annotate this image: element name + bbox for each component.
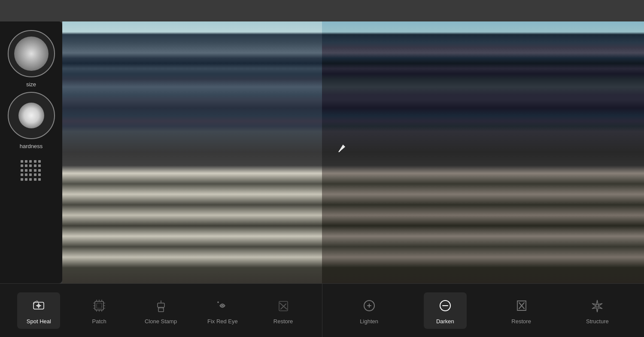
darken-label: Darken	[436, 318, 454, 325]
size-circle-container	[8, 30, 55, 77]
grid-dot	[38, 169, 41, 172]
grid-dot	[34, 173, 36, 176]
tool-restore-left[interactable]: Restore	[262, 292, 305, 329]
patch-label: Patch	[92, 318, 106, 325]
top-bar	[0, 0, 644, 21]
lighten-label: Lighten	[360, 318, 378, 325]
grid-dot	[38, 164, 41, 167]
spot-heal-label: Spot Heal	[27, 318, 51, 325]
clone-stamp-icon	[152, 297, 170, 315]
grid-dot	[21, 178, 23, 181]
grid-dot	[34, 178, 36, 181]
grid-dot	[34, 164, 36, 167]
tool-restore-right[interactable]: Restore	[500, 292, 543, 329]
grid-icon[interactable]	[21, 160, 42, 182]
restore-left-label: Restore	[273, 318, 293, 325]
svg-rect-2	[95, 301, 103, 310]
restore-right-label: Restore	[511, 318, 531, 325]
right-city-image	[322, 21, 644, 283]
svg-rect-4	[158, 303, 164, 307]
restore-right-icon	[512, 297, 530, 315]
brush-cursor	[337, 142, 350, 155]
patch-icon	[90, 297, 108, 315]
grid-dot	[25, 173, 27, 176]
size-circle	[14, 36, 49, 71]
size-control[interactable]: size	[4, 30, 58, 88]
grid-dot	[25, 169, 27, 172]
lighten-icon	[360, 297, 378, 315]
svg-point-12	[596, 304, 598, 307]
grid-dot	[29, 173, 32, 176]
darken-icon	[436, 297, 454, 315]
grid-dot	[25, 164, 27, 167]
tool-overlay-panel: size hardness	[0, 21, 62, 283]
grid-dot	[25, 160, 27, 163]
grid-dot	[38, 178, 41, 181]
restore-left-icon	[274, 297, 292, 315]
grid-dot	[34, 160, 36, 163]
grid-dot	[21, 169, 23, 172]
grid-dot	[29, 164, 32, 167]
hardness-circle-container	[8, 92, 55, 139]
grid-dot	[38, 160, 41, 163]
fix-red-eye-icon	[213, 297, 231, 315]
toolbar-right: Lighten Darken Restore	[322, 283, 644, 337]
grid-dot	[29, 169, 32, 172]
grid-dot	[21, 173, 23, 176]
tool-clone-stamp[interactable]: Clone Stamp	[138, 292, 183, 329]
main-area: size hardness	[0, 21, 644, 283]
fix-red-eye-label: Fix Red Eye	[207, 318, 238, 325]
hardness-control[interactable]: hardness	[4, 92, 58, 149]
tool-fix-red-eye[interactable]: Fix Red Eye	[201, 292, 244, 329]
hardness-circle	[18, 103, 44, 128]
size-label: size	[26, 81, 36, 88]
grid-dot	[25, 178, 27, 181]
bottom-toolbar: Spot Heal Patch	[0, 283, 644, 337]
spot-heal-icon	[30, 297, 48, 315]
tool-patch[interactable]: Patch	[78, 292, 121, 329]
svg-point-7	[222, 305, 223, 306]
grid-dot	[21, 160, 23, 163]
grid-dot	[34, 169, 36, 172]
left-city-image	[62, 21, 322, 283]
grid-dot	[21, 164, 23, 167]
tool-lighten[interactable]: Lighten	[348, 292, 391, 329]
grid-dot	[29, 178, 32, 181]
structure-label: Structure	[586, 318, 609, 325]
grid-dot	[38, 173, 41, 176]
clone-stamp-label: Clone Stamp	[145, 318, 177, 325]
left-panel: size hardness	[0, 21, 322, 283]
tool-darken[interactable]: Darken	[424, 292, 467, 329]
right-panel	[322, 21, 644, 283]
toolbar-left: Spot Heal Patch	[0, 283, 322, 337]
tool-structure[interactable]: Structure	[576, 292, 619, 329]
tool-spot-heal[interactable]: Spot Heal	[17, 292, 60, 329]
structure-icon	[588, 297, 606, 315]
grid-dot	[29, 160, 32, 163]
svg-rect-3	[97, 303, 102, 308]
hardness-label: hardness	[20, 143, 43, 149]
